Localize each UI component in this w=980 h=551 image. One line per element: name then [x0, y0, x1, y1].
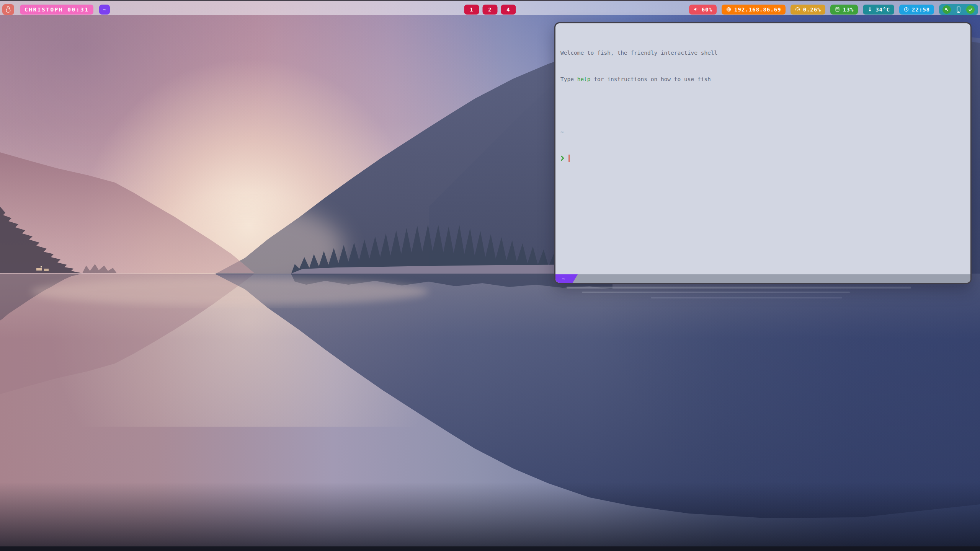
cpu-load-module[interactable]: 0.26%	[791, 5, 825, 15]
bar-left-group: CHRISTOPH 00:31 ~	[2, 2, 110, 16]
phone-icon[interactable]	[954, 5, 963, 14]
water-deep-shade	[0, 482, 980, 551]
system-tray	[939, 4, 978, 15]
database-icon	[835, 7, 840, 12]
network-module[interactable]: 192.168.86.69	[722, 5, 786, 15]
thermometer-icon	[867, 7, 873, 12]
temperature-module[interactable]: 34°C	[863, 5, 894, 15]
user-time-badge: CHRISTOPH 00:31	[20, 5, 93, 15]
globe-icon	[726, 7, 732, 12]
speaker-icon	[693, 7, 699, 12]
memory-label: 13%	[843, 7, 854, 13]
text-cursor	[568, 155, 570, 162]
shell-layout-badge[interactable]: ~	[99, 5, 110, 15]
terminal-tab-bar: ~	[555, 274, 970, 283]
prompt-chevron-icon	[560, 155, 565, 161]
workspace-label: 4	[506, 7, 510, 13]
user-time-label: CHRISTOPH 00:31	[24, 7, 89, 13]
bar-right-group: 60% 192.168.86.69 0.26%	[689, 2, 978, 16]
clock-label: 22:58	[912, 7, 930, 13]
blank-line	[560, 101, 964, 110]
tab-label: ~	[562, 276, 565, 282]
clock-module[interactable]: 22:58	[899, 5, 934, 15]
workspace-group: 1 2 4	[464, 2, 516, 16]
prompt-path: ~	[560, 129, 564, 135]
workspace-button-1[interactable]: 1	[464, 5, 479, 15]
ip-address-label: 192.168.86.69	[734, 7, 781, 13]
layout-indicator-label: ~	[103, 7, 106, 13]
prompt-path-line: ~	[560, 128, 964, 137]
prompt-line[interactable]	[560, 154, 964, 163]
gauge-icon	[795, 7, 800, 12]
check-icon[interactable]	[966, 5, 975, 14]
terminal-tab-home[interactable]: ~	[555, 274, 578, 283]
tux-icon	[5, 6, 12, 13]
workspace-label: 2	[488, 7, 492, 13]
terminal-output[interactable]: Welcome to fish, the friendly interactiv…	[555, 23, 970, 274]
clock-icon	[903, 7, 909, 12]
status-bar: CHRISTOPH 00:31 ~ 1 2 4 60%	[0, 0, 980, 15]
temperature-label: 34°C	[875, 7, 890, 13]
launcher-button[interactable]	[2, 4, 14, 15]
volume-label: 60%	[702, 7, 712, 13]
terminal-window[interactable]: Welcome to fish, the friendly interactiv…	[554, 22, 972, 284]
bottom-edge	[0, 546, 980, 551]
workspace-label: 1	[470, 7, 473, 13]
memory-module[interactable]: 13%	[830, 5, 858, 15]
workspace-button-2[interactable]: 2	[483, 5, 498, 15]
cpu-load-label: 0.26%	[803, 7, 821, 13]
keepassxc-key-icon[interactable]	[942, 5, 951, 14]
workspace-button-4[interactable]: 4	[501, 5, 516, 15]
fish-greeting-line2: Type help for instructions on how to use…	[560, 75, 964, 84]
desktop: CHRISTOPH 00:31 ~ 1 2 4 60%	[0, 0, 980, 551]
volume-module[interactable]: 60%	[689, 5, 717, 15]
fish-greeting-line1: Welcome to fish, the friendly interactiv…	[560, 49, 964, 57]
help-command-text: help	[577, 76, 591, 82]
